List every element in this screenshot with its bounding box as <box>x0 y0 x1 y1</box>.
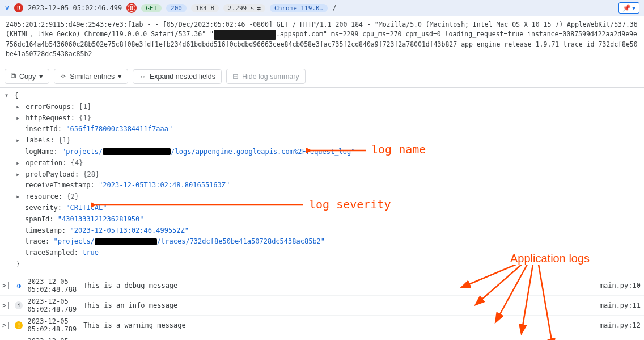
expand-icon: ↔ <box>139 73 146 81</box>
row-source: main.py:11 <box>598 295 644 315</box>
expand-icon[interactable]: ▸ <box>16 191 22 203</box>
row-message[interactable]: This is an error message <box>79 335 598 340</box>
table-row: >| ! 2023-12-05 05:02:48.789 This is a w… <box>0 315 644 335</box>
copy-button[interactable]: ⧉Copy▾ <box>5 69 49 84</box>
header-timestamp: 2023-12-05 05:02:46.499 <box>28 4 122 12</box>
row-source: main.py:13 <box>598 335 644 340</box>
expand-toggle[interactable]: >| <box>0 295 12 315</box>
status-pill[interactable]: 200 <box>166 4 187 12</box>
pin-icon: 📌 <box>622 4 631 12</box>
sparkle-icon: ✧ <box>60 72 66 81</box>
expand-icon[interactable]: ▸ <box>16 158 22 169</box>
useragent-pill[interactable]: Chrome 119.0… <box>270 4 328 12</box>
row-timestamp: 2023-12-05 05:02:48.788 <box>25 276 79 296</box>
expand-toggle[interactable]: >| <box>0 276 12 296</box>
table-row: >| ! 2023-12-05 05:02:48.789 This is an … <box>0 335 644 340</box>
latency-pill[interactable]: 2.299 s⇄ <box>223 4 265 12</box>
expand-icon[interactable]: ▸ <box>16 113 22 124</box>
row-timestamp: 2023-12-05 05:02:48.789 <box>25 315 79 335</box>
json-payload: ▾ { ▸ errorGroups: [1] ▸ httpRequest: {1… <box>0 88 644 276</box>
row-message[interactable]: This is a debug message <box>79 276 598 296</box>
row-message[interactable]: This is an info message <box>79 295 598 315</box>
app-log-table: >| ◑ 2023-12-05 05:02:48.788 This is a d… <box>0 276 644 340</box>
row-source: main.py:12 <box>598 315 644 335</box>
table-row: >| ◑ 2023-12-05 05:02:48.788 This is a d… <box>0 276 644 296</box>
chevron-down-icon: ▾ <box>632 4 635 12</box>
expand-toggle[interactable]: >| <box>0 315 12 335</box>
similar-entries-button[interactable]: ✧Similar entries▾ <box>54 69 128 84</box>
latency-icon: ⇄ <box>257 5 261 12</box>
chevron-down-icon: ▾ <box>39 72 43 81</box>
expand-icon[interactable]: ▸ <box>16 102 22 113</box>
expand-icon[interactable]: ▸ <box>16 135 22 146</box>
hide-icon: ⊟ <box>232 72 239 81</box>
expand-toggle[interactable]: >| <box>0 335 12 340</box>
collapse-toggle[interactable]: ∨ <box>5 4 10 12</box>
row-timestamp: 2023-12-05 05:02:48.789 <box>25 295 79 315</box>
log-toolbar: ⧉Copy▾ ✧Similar entries▾ ↔Expand nested … <box>0 65 644 88</box>
bytes-pill[interactable]: 184 B <box>191 4 219 12</box>
raw-log-text: 2405:201:2:9115:d49e:2543:e7e3:f1ab - - … <box>0 16 644 65</box>
info-icon: i <box>15 301 23 309</box>
row-source: main.py:10 <box>598 276 644 296</box>
severity-icon: !! <box>14 3 23 12</box>
path: / <box>332 4 336 12</box>
row-message[interactable]: This is a warning message <box>79 315 598 335</box>
row-timestamp: 2023-12-05 05:02:48.789 <box>25 335 79 340</box>
copy-icon: ⧉ <box>11 72 16 81</box>
warning-icon: ! <box>15 321 23 329</box>
table-row: >| i 2023-12-05 05:02:48.789 This is an … <box>0 295 644 315</box>
hide-summary-button[interactable]: ⊟Hide log summary <box>226 69 306 84</box>
pin-button[interactable]: 📌▾ <box>618 2 639 14</box>
collapse-icon[interactable]: ▾ <box>5 90 10 102</box>
expand-icon[interactable]: ▸ <box>16 169 22 181</box>
method-pill[interactable]: GET <box>141 4 162 12</box>
expand-nested-button[interactable]: ↔Expand nested fields <box>133 69 222 84</box>
chevron-down-icon: ▾ <box>118 72 122 81</box>
log-header-bar: ∨ !! 2023-12-05 05:02:46.499 !! GET 200 … <box>0 0 644 16</box>
debug-icon: ◑ <box>17 282 21 289</box>
error-circle-icon[interactable]: !! <box>126 3 137 13</box>
